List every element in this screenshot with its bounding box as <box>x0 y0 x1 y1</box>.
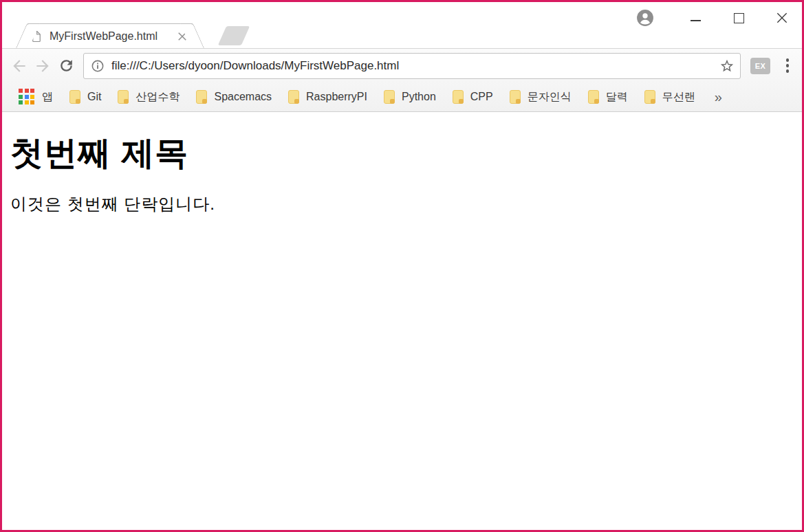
bookmark-folder[interactable]: Git <box>63 87 108 107</box>
folder-icon <box>510 90 521 104</box>
bookmark-label: 문자인식 <box>528 90 572 104</box>
bookmark-label: Git <box>87 91 101 103</box>
bookmark-label: CPP <box>470 91 493 103</box>
bookmark-folder[interactable]: 산업수학 <box>111 87 186 107</box>
window-controls <box>636 8 792 28</box>
maximize-button[interactable] <box>728 8 749 28</box>
address-bar[interactable]: file:///C:/Users/dyoon/Downloads/MyFirst… <box>83 53 741 79</box>
back-button[interactable] <box>8 54 31 78</box>
bookmark-label: Spacemacs <box>214 91 272 103</box>
browser-tab[interactable]: MyFirstWebPage.html <box>28 23 193 48</box>
folder-icon <box>118 90 129 104</box>
browser-chrome: file:///C:/Users/dyoon/Downloads/MyFirst… <box>2 48 802 112</box>
bookmark-folder[interactable]: CPP <box>446 87 500 107</box>
bookmark-folder[interactable]: RaspberryPI <box>281 87 374 107</box>
bookmarks-overflow-chevron-icon[interactable]: » <box>709 89 728 105</box>
bookmark-folder[interactable]: 무선랜 <box>638 87 702 107</box>
bookmark-label: RaspberryPI <box>306 91 367 103</box>
bookmark-star-icon[interactable] <box>719 58 735 74</box>
bookmark-label: 산업수학 <box>135 90 180 104</box>
bookmark-folder[interactable]: Spacemacs <box>189 87 279 107</box>
minimize-icon <box>691 20 701 21</box>
bookmarks-bar: 앱 Git 산업수학 Spacemacs RaspberryPI Python <box>2 82 802 111</box>
page-heading: 첫번째 제목 <box>10 131 794 175</box>
new-tab-button[interactable] <box>218 26 250 45</box>
folder-icon <box>288 90 299 104</box>
tab-close-icon[interactable] <box>176 30 188 43</box>
page-info-icon[interactable] <box>91 59 105 73</box>
bookmark-folder[interactable]: 달력 <box>581 87 635 107</box>
folder-icon <box>644 90 655 104</box>
back-arrow-icon <box>10 57 28 75</box>
bookmark-label: Python <box>402 91 436 103</box>
close-window-button[interactable] <box>772 8 792 28</box>
bookmark-label: 달력 <box>606 90 628 104</box>
apps-grid-icon <box>19 89 35 105</box>
folder-icon <box>384 90 395 104</box>
forward-button[interactable] <box>31 54 54 78</box>
tab-strip: MyFirstWebPage.html <box>2 2 802 48</box>
folder-icon <box>453 90 464 104</box>
close-icon <box>775 11 789 25</box>
folder-icon <box>196 90 207 104</box>
bookmark-label: 앱 <box>42 90 53 104</box>
folder-icon <box>588 90 599 104</box>
profile-avatar-icon[interactable] <box>636 9 654 27</box>
bookmark-label: 무선랜 <box>662 90 695 104</box>
bookmark-apps[interactable]: 앱 <box>12 86 60 108</box>
navigation-toolbar: file:///C:/Users/dyoon/Downloads/MyFirst… <box>2 49 802 82</box>
reload-icon <box>58 57 75 74</box>
minimize-button[interactable] <box>685 8 706 28</box>
bookmark-folder[interactable]: 문자인식 <box>503 87 578 107</box>
tab-title: MyFirstWebPage.html <box>50 30 176 43</box>
url-text[interactable]: file:///C:/Users/dyoon/Downloads/MyFirst… <box>111 59 719 73</box>
forward-arrow-icon <box>34 57 52 75</box>
maximize-icon <box>734 13 744 23</box>
bookmark-folder[interactable]: Python <box>377 87 443 107</box>
folder-icon <box>69 90 80 104</box>
document-icon <box>30 30 43 43</box>
extension-button[interactable]: EX <box>750 58 770 74</box>
browser-window: MyFirstWebPage.html <box>0 0 804 532</box>
menu-kebab-icon[interactable] <box>780 57 795 75</box>
page-paragraph: 이것은 첫번째 단락입니다. <box>10 193 794 215</box>
page-content: 첫번째 제목 이것은 첫번째 단락입니다. <box>2 112 802 530</box>
reload-button[interactable] <box>54 54 78 78</box>
